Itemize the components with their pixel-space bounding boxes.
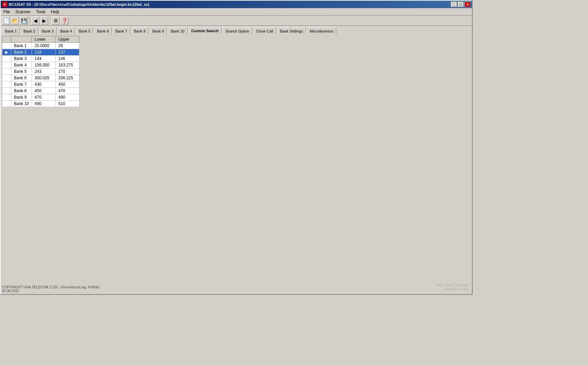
upper-value[interactable]: 146 [56,56,79,62]
tab-bank10[interactable]: Bank 10 [168,27,187,35]
menu-file[interactable]: File [1,9,13,15]
col-header-bank [11,36,32,43]
title-bar: B BC125AT SS : [D:\Docs\Частоты\Codeplug… [1,1,472,8]
frequency-table: Lower Upper Bank 125.000028▶Bank 2118137… [2,36,79,107]
tab-bank4[interactable]: Bank 4 [57,27,75,35]
help-button[interactable]: ❓ [60,17,69,25]
bank-name: Bank 10 [11,101,32,107]
toolbar-separator-1 [29,17,30,24]
table-row[interactable]: Bank 3144146 [2,56,79,62]
lower-value[interactable]: 430 [32,81,56,88]
upper-value[interactable]: 336.225 [56,75,79,81]
open-button[interactable]: 📂 [11,17,19,25]
toolbar: 📄 📂 💾 ◀ ▶ ⚙ ❓ [1,16,472,26]
table-row[interactable]: Bank 5243270 [2,68,79,75]
prev-button[interactable]: ◀ [31,17,39,25]
row-indicator [2,101,11,107]
bank-name: Bank 2 [11,49,32,56]
lower-value[interactable]: 300.025 [32,75,56,81]
tab-bank2[interactable]: Bank 2 [20,27,38,35]
title-bar-left: B BC125AT SS : [D:\Docs\Частоты\Codeplug… [2,2,149,7]
content-area: Lower Upper Bank 125.000028▶Bank 2118137… [1,35,472,108]
bank-name: Bank 3 [11,56,32,62]
upper-value[interactable]: 490 [56,94,79,101]
bank-name: Bank 5 [11,68,32,75]
tab-custom-search[interactable]: Custom Search [188,27,222,35]
tab-bank6[interactable]: Bank 6 [94,27,112,35]
upper-value[interactable]: 470 [56,88,79,94]
settings-button[interactable]: ⚙ [52,17,60,25]
tab-bank1[interactable]: Bank 1 [2,27,20,35]
row-indicator [2,75,11,81]
tab-close-call[interactable]: Close Call [253,27,276,35]
window-title: BC125AT SS : [D:\Docs\Частоты\Codeplugs\… [9,2,149,6]
tab-search-option[interactable]: Search Option [222,27,252,35]
menu-bar: File Scanner Tools Help [1,8,472,16]
minimize-button[interactable]: _ [451,2,457,7]
upper-value[interactable]: 450 [56,81,79,88]
table-row[interactable]: Bank 6300.025336.225 [2,75,79,81]
date-text: 42.08.2422 [2,289,99,293]
lower-value[interactable]: 450 [32,88,56,94]
upper-value[interactable]: 28 [56,43,79,49]
table-row[interactable]: Bank 10490510 [2,101,79,107]
bank-name: Bank 9 [11,94,32,101]
watermark: ЗАО "Вива-Телеком" viva-telecom.org [436,283,469,291]
copyright-text: COPYRIGHT VIVA-TELECOM. CJSC. Viva-telec… [2,285,99,289]
col-header-indicator [2,36,11,43]
next-button[interactable]: ▶ [40,17,48,25]
table-row[interactable]: Bank 8450470 [2,88,79,94]
maximize-button[interactable]: □ [458,2,464,7]
tab-bank5[interactable]: Bank 5 [76,27,93,35]
upper-value[interactable]: 270 [56,68,79,75]
bank-name: Bank 6 [11,75,32,81]
new-button[interactable]: 📄 [2,17,10,25]
tab-bank9[interactable]: Bank 9 [149,27,167,35]
table-row[interactable]: Bank 4156.050163.275 [2,62,79,68]
footer: COPYRIGHT VIVA-TELECOM. CJSC. Viva-telec… [2,285,99,293]
main-window: B BC125AT SS : [D:\Docs\Частоты\Codeplug… [0,0,473,295]
tab-bank8[interactable]: Bank 8 [131,27,149,35]
close-button[interactable]: ✕ [464,2,471,7]
row-indicator [2,62,11,68]
row-indicator [2,88,11,94]
table-row[interactable]: Bank 9470490 [2,94,79,101]
row-indicator [2,43,11,49]
table-row[interactable]: ▶Bank 2118137 [2,49,79,56]
bank-name: Bank 4 [11,62,32,68]
lower-value[interactable]: 243 [32,68,56,75]
menu-help[interactable]: Help [48,9,62,15]
row-indicator [2,94,11,101]
lower-value[interactable]: 490 [32,101,56,107]
bank-name: Bank 7 [11,81,32,88]
table-row[interactable]: Bank 125.000028 [2,43,79,49]
row-indicator [2,68,11,75]
menu-tools[interactable]: Tools [33,9,48,15]
app-icon: B [2,2,7,7]
row-indicator [2,81,11,88]
bank-name: Bank 1 [11,43,32,49]
tab-bank3[interactable]: Bank 3 [39,27,57,35]
upper-value[interactable]: 137 [56,49,79,56]
lower-value[interactable]: 470 [32,94,56,101]
lower-value[interactable]: 118 [32,49,56,56]
table-row[interactable]: Bank 7430450 [2,81,79,88]
tab-bank-settings[interactable]: Bank Settings [277,27,306,35]
row-indicator: ▶ [2,49,11,56]
menu-scanner[interactable]: Scanner [13,9,33,15]
tab-miscellaneous[interactable]: Miscellaneous [307,27,337,35]
tabs-bar: Bank 1 Bank 2 Bank 3 Bank 4 Bank 5 Bank … [1,26,472,35]
col-header-lower: Lower [32,36,56,43]
tab-bank7[interactable]: Bank 7 [113,27,130,35]
lower-value[interactable]: 25.0000 [32,43,56,49]
lower-value[interactable]: 144 [32,56,56,62]
col-header-upper: Upper [56,36,79,43]
upper-value[interactable]: 163.275 [56,62,79,68]
lower-value[interactable]: 156.050 [32,62,56,68]
upper-value[interactable]: 510 [56,101,79,107]
save-button[interactable]: 💾 [20,17,28,25]
title-buttons: _ □ ✕ [451,2,471,7]
row-indicator [2,56,11,62]
toolbar-separator-2 [50,17,50,24]
bank-name: Bank 8 [11,88,32,94]
